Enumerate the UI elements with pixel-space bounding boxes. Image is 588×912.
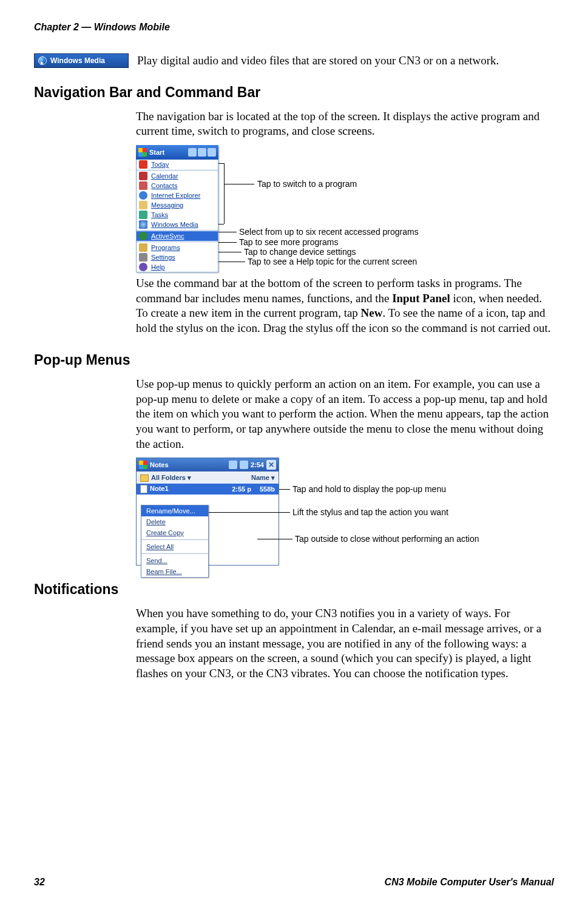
heading-navbar: Navigation Bar and Command Bar xyxy=(34,84,554,101)
note-size: 558b xyxy=(260,485,275,493)
menu-activesync-label: ActiveSync xyxy=(151,232,184,240)
notes-time: 2:54 xyxy=(251,461,264,468)
menu-settings: Settings xyxy=(137,252,218,262)
callout-line xyxy=(257,539,292,539)
menu-today: Today xyxy=(137,160,218,169)
callout-line xyxy=(209,512,290,513)
menu-programs-label: Programs xyxy=(151,244,180,251)
popup-para: Use pop-up menus to quickly perform an a… xyxy=(136,377,554,451)
start-flag-icon xyxy=(138,148,147,157)
windows-media-desc: Play digital audio and video files that … xyxy=(137,53,554,69)
callout-lift: Lift the stylus and tap the action you w… xyxy=(292,507,448,517)
popup-send: Send... xyxy=(141,555,208,566)
menu-calendar: Calendar xyxy=(137,171,218,181)
menu-calendar-label: Calendar xyxy=(151,172,178,180)
connectivity-icon xyxy=(229,461,237,469)
running-footer: 32 CN3 Mobile Computer User's Manual xyxy=(34,877,554,888)
windows-media-badge: Windows Media xyxy=(34,53,129,68)
calendar-icon xyxy=(139,172,147,180)
callout-line xyxy=(218,242,237,243)
note-time: 2:55 p xyxy=(232,485,251,493)
menu-settings-label: Settings xyxy=(151,254,175,261)
cmdbar-b1: Input Panel xyxy=(392,292,450,305)
start-menu-mock: Start Today Calendar Contacts Internet E… xyxy=(136,145,218,272)
signal-icon xyxy=(208,148,216,157)
folders-label: All Folders xyxy=(151,474,186,481)
menu-today-label: Today xyxy=(151,161,169,168)
menu-help-label: Help xyxy=(151,263,165,271)
callout-line xyxy=(218,262,245,262)
folder-icon xyxy=(140,475,149,482)
cmdbar-para: Use the command bar at the bottom of the… xyxy=(136,276,554,336)
notes-titlebar: Notes 2:54 ✕ xyxy=(137,458,279,471)
menu-messaging: Messaging xyxy=(137,200,218,210)
menu-messaging-label: Messaging xyxy=(151,201,183,209)
volume-icon xyxy=(198,148,206,157)
messaging-icon xyxy=(139,201,147,209)
menu-tasks: Tasks xyxy=(137,210,218,220)
note-name: Note1 xyxy=(150,485,169,492)
help-icon xyxy=(139,263,147,271)
windows-media-icon xyxy=(38,56,47,65)
titlebar: Start xyxy=(136,145,218,160)
start-label: Start xyxy=(149,149,164,156)
callout-help: Tap to see a Help topic for the current … xyxy=(248,257,417,266)
programs-icon xyxy=(139,243,147,252)
callout-line xyxy=(218,232,237,232)
notes-toolbar: All Folders ▾ Name ▾ xyxy=(137,471,279,484)
menu-wm-label: Windows Media xyxy=(151,221,198,228)
callout-line xyxy=(224,163,225,224)
volume-icon xyxy=(240,461,248,469)
note-icon xyxy=(140,485,147,493)
tasks-icon xyxy=(139,211,147,219)
menu-activesync: ActiveSync xyxy=(137,231,218,241)
menu-contacts: Contacts xyxy=(137,181,218,191)
callout-switch: Tap to switch to a program xyxy=(257,179,357,189)
notes-title-text: Notes xyxy=(150,461,169,468)
callout-settings: Tap to change device settings xyxy=(244,247,356,257)
menu-programs: Programs xyxy=(137,243,218,252)
cmdbar-b2: New xyxy=(361,306,383,319)
callout-line xyxy=(218,224,224,225)
callout-hold: Tap and hold to display the pop-up menu xyxy=(292,484,446,494)
context-menu: Rename/Move... Delete Create Copy Select… xyxy=(141,505,209,578)
page-number: 32 xyxy=(34,877,45,888)
heading-notifications: Notifications xyxy=(34,581,554,598)
navbar-intro: The navigation bar is located at the top… xyxy=(136,109,554,139)
heading-popup: Pop-up Menus xyxy=(34,352,554,368)
menu-help: Help xyxy=(137,262,218,272)
running-header: Chapter 2 — Windows Mobile xyxy=(34,22,554,33)
start-flag-icon xyxy=(139,461,147,469)
callout-line xyxy=(279,489,290,490)
activesync-icon xyxy=(139,232,147,240)
contacts-icon xyxy=(139,181,147,190)
wm-icon xyxy=(139,220,147,229)
callout-line xyxy=(224,184,254,184)
menu-wm: Windows Media xyxy=(137,220,218,229)
figure-popup-menu: Notes 2:54 ✕ All Folders ▾ Name ▾ Note1 … xyxy=(136,458,554,566)
note-row: Note1 2:55 p558b xyxy=(137,484,279,495)
settings-icon xyxy=(139,253,147,262)
popup-rename: Rename/Move... xyxy=(141,505,208,516)
menu-tasks-label: Tasks xyxy=(151,211,168,218)
callout-outside: Tap outside to close without performing … xyxy=(295,534,479,544)
windows-media-row: Windows Media Play digital audio and vid… xyxy=(34,53,554,69)
callout-programs: Tap to see more programs xyxy=(239,237,338,247)
connectivity-icon xyxy=(188,148,197,157)
popup-beam: Beam File... xyxy=(141,566,208,577)
name-col-label: Name xyxy=(251,474,269,481)
callout-line xyxy=(218,252,242,252)
ie-icon xyxy=(139,191,147,200)
popup-copy: Create Copy xyxy=(141,527,208,538)
windows-media-badge-text: Windows Media xyxy=(50,56,105,65)
menu-ie-label: Internet Explorer xyxy=(151,192,200,199)
menu-ie: Internet Explorer xyxy=(137,191,218,200)
today-icon xyxy=(139,160,147,169)
popup-delete: Delete xyxy=(141,516,208,527)
popup-selectall: Select All xyxy=(141,541,208,552)
close-icon: ✕ xyxy=(266,460,276,470)
menu-contacts-label: Contacts xyxy=(151,182,177,189)
figure-start-menu: Start Today Calendar Contacts Internet E… xyxy=(136,145,554,268)
manual-title: CN3 Mobile Computer User's Manual xyxy=(385,877,554,888)
callout-line xyxy=(218,163,224,164)
